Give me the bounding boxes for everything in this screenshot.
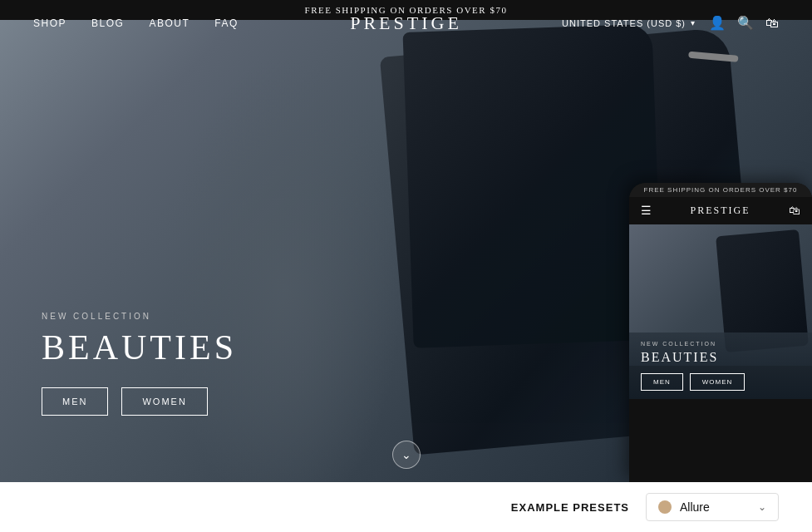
mobile-nav-bar: ☰ PRESTIGE 🛍 <box>629 197 812 224</box>
logo-text: PRESTIGE <box>350 12 462 33</box>
mobile-hero-subtitle: NEW COLLECTION <box>641 341 800 347</box>
mobile-announcement-bar: FREE SHIPPING ON ORDERS OVER $70 <box>629 183 812 197</box>
hero-title: BEAUTIES <box>42 328 237 367</box>
mobile-hero-buttons: MEN WOMEN <box>641 373 800 391</box>
mobile-women-button[interactable]: WOMEN <box>690 373 746 391</box>
nav-left-links: SHOP BLOG ABOUT FAQ <box>33 17 239 29</box>
mobile-preview-overlay: FREE SHIPPING ON ORDERS OVER $70 ☰ PREST… <box>629 183 812 482</box>
mobile-cart-icon: 🛍 <box>789 204 800 218</box>
nav-logo[interactable]: PRESTIGE <box>350 12 462 34</box>
nav-shop-link[interactable]: SHOP <box>33 17 66 29</box>
preset-color-dot <box>658 500 672 514</box>
preset-chevron-icon: ⌄ <box>758 501 766 514</box>
region-text: UNITED STATES (USD $) <box>562 18 686 28</box>
nav-region-selector[interactable]: UNITED STATES (USD $) ▾ <box>562 18 696 28</box>
mobile-preview-inner: FREE SHIPPING ON ORDERS OVER $70 ☰ PREST… <box>629 183 812 482</box>
men-button[interactable]: MEN <box>42 387 108 416</box>
mobile-logo: PRESTIGE <box>690 204 750 217</box>
nav-about-link[interactable]: ABOUT <box>149 17 189 29</box>
chevron-down-icon: ⌄ <box>401 448 411 462</box>
preset-selector[interactable]: Allure ⌄ <box>646 493 779 521</box>
region-dropdown-arrow: ▾ <box>691 18 696 27</box>
nav-icons-group: 👤 🔍 🛍 <box>709 15 779 31</box>
mobile-men-button[interactable]: MEN <box>641 373 683 391</box>
cart-icon[interactable]: 🛍 <box>765 16 779 31</box>
search-icon[interactable]: 🔍 <box>737 15 754 31</box>
nav-faq-link[interactable]: FAQ <box>214 17 239 29</box>
mobile-hero-content: NEW COLLECTION BEAUTIES MEN WOMEN <box>629 332 812 399</box>
mobile-hero-title: BEAUTIES <box>641 350 800 365</box>
main-navigation: SHOP BLOG ABOUT FAQ PRESTIGE UNITED STAT… <box>0 15 812 31</box>
mobile-menu-icon: ☰ <box>641 204 652 218</box>
preset-name-text: Allure <box>680 500 750 514</box>
scroll-down-button[interactable]: ⌄ <box>392 441 421 469</box>
hero-subtitle: NEW COLLECTION <box>42 312 237 321</box>
user-icon[interactable]: 👤 <box>709 15 726 31</box>
women-button[interactable]: WOMEN <box>121 387 207 416</box>
nav-blog-link[interactable]: BLOG <box>91 17 124 29</box>
hero-section: FREE SHIPPING ON ORDERS OVER $70 NEW COL… <box>0 0 812 482</box>
example-presets-label: EXAMPLE PRESETS <box>511 501 629 514</box>
hero-content: NEW COLLECTION BEAUTIES MEN WOMEN <box>42 312 237 416</box>
hero-background: NEW COLLECTION BEAUTIES MEN WOMEN ⌄ FREE… <box>0 0 812 482</box>
hero-buttons: MEN WOMEN <box>42 387 237 416</box>
bottom-bar: EXAMPLE PRESETS Allure ⌄ <box>0 482 812 532</box>
nav-right-section: UNITED STATES (USD $) ▾ 👤 🔍 🛍 <box>562 15 779 31</box>
